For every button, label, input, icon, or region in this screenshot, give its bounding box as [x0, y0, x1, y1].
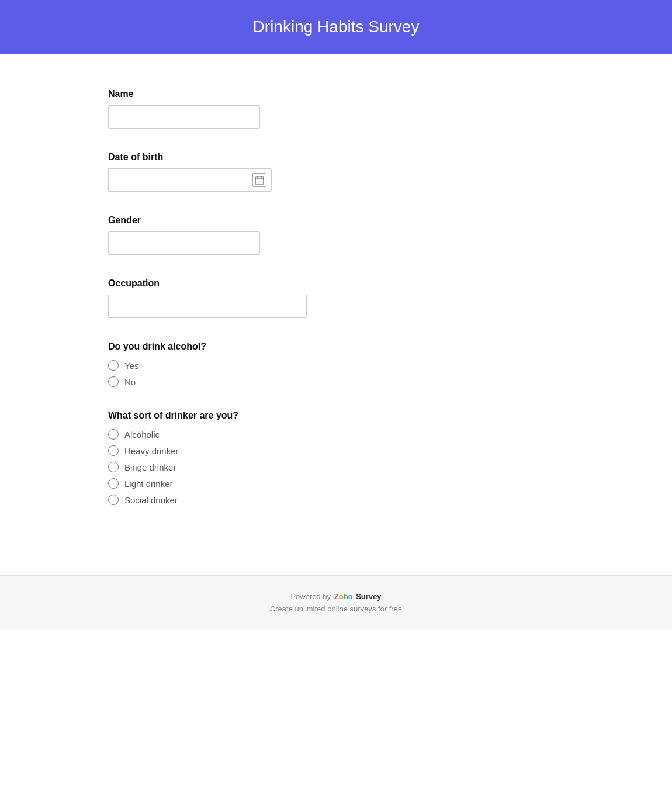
footer-tagline: Create unlimited online surveys for free: [12, 604, 660, 613]
drinker-type-radio-group: Alcoholic Heavy drinker Binge drinker Li…: [108, 429, 564, 505]
drink-yes-label: Yes: [124, 361, 138, 371]
drinker-light-label: Light drinker: [124, 479, 173, 489]
name-label: Name: [108, 89, 564, 99]
zoho-h: h: [344, 592, 348, 601]
drink-no-radio[interactable]: [108, 376, 119, 387]
drinker-social-label: Social drinker: [124, 495, 178, 505]
drinker-social-option[interactable]: Social drinker: [108, 495, 564, 505]
page-title: Drinking Habits Survey: [12, 18, 660, 36]
drinker-light-radio[interactable]: [108, 478, 119, 489]
gender-field-group: Gender: [108, 215, 564, 255]
svg-rect-0: [255, 177, 264, 184]
drink-alcohol-radio-group: Yes No: [108, 360, 564, 387]
zoho-o1: o: [339, 592, 344, 601]
dob-input[interactable]: [113, 175, 252, 185]
drink-no-label: No: [124, 377, 136, 387]
footer: Powered by Zoho Survey Create unlimited …: [0, 575, 672, 630]
occupation-input[interactable]: [108, 295, 307, 318]
drinker-binge-radio[interactable]: [108, 462, 119, 472]
drinker-type-label: What sort of drinker are you?: [108, 410, 564, 421]
zoho-o2: o: [348, 592, 353, 601]
occupation-field-group: Occupation: [108, 278, 564, 318]
drinker-alcoholic-label: Alcoholic: [124, 430, 160, 440]
powered-by-text: Powered by: [290, 592, 331, 601]
drink-yes-option[interactable]: Yes: [108, 360, 564, 371]
drinker-type-group: What sort of drinker are you? Alcoholic …: [108, 410, 564, 505]
gender-input[interactable]: [108, 231, 260, 255]
drinker-heavy-option[interactable]: Heavy drinker: [108, 445, 564, 456]
zoho-z: Z: [334, 592, 339, 601]
drinker-binge-label: Binge drinker: [124, 462, 176, 472]
drinker-alcoholic-option[interactable]: Alcoholic: [108, 429, 564, 440]
survey-text: Survey: [356, 592, 381, 601]
occupation-label: Occupation: [108, 278, 564, 289]
drinker-social-radio[interactable]: [108, 495, 119, 505]
drink-no-option[interactable]: No: [108, 376, 564, 387]
name-input[interactable]: [108, 105, 260, 129]
footer-powered-line: Powered by Zoho Survey: [12, 592, 660, 601]
drinker-binge-option[interactable]: Binge drinker: [108, 462, 564, 472]
gender-label: Gender: [108, 215, 564, 226]
dob-label: Date of birth: [108, 152, 564, 163]
page-header: Drinking Habits Survey: [0, 0, 672, 54]
zoho-logo: Zoho: [334, 592, 353, 601]
drinker-alcoholic-radio[interactable]: [108, 429, 119, 440]
calendar-icon[interactable]: [252, 173, 266, 187]
dob-input-wrapper[interactable]: [108, 168, 272, 192]
drink-alcohol-label: Do you drink alcohol?: [108, 341, 564, 352]
drinker-light-option[interactable]: Light drinker: [108, 478, 564, 489]
drinker-heavy-label: Heavy drinker: [124, 446, 179, 456]
drinker-heavy-radio[interactable]: [108, 445, 119, 456]
name-field-group: Name: [108, 89, 564, 129]
dob-field-group: Date of birth: [108, 152, 564, 192]
drink-alcohol-group: Do you drink alcohol? Yes No: [108, 341, 564, 387]
drink-yes-radio[interactable]: [108, 360, 119, 371]
form-container: Name Date of birth Gender Occupation: [73, 54, 599, 552]
